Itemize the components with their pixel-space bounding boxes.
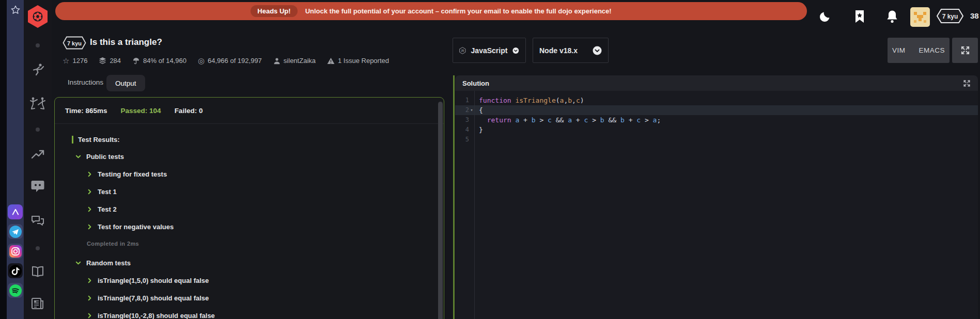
author-icon bbox=[273, 57, 281, 65]
fold-marker[interactable]: ▾ bbox=[469, 105, 474, 115]
kata-title: Is this a triangle? bbox=[90, 37, 162, 47]
spotify-icon[interactable] bbox=[8, 283, 23, 298]
forum-icon[interactable] bbox=[30, 215, 45, 228]
nav-separator-dot bbox=[36, 43, 40, 47]
chevron-right-icon bbox=[87, 224, 92, 230]
tab-instructions[interactable]: Instructions bbox=[68, 78, 103, 86]
tiktok-icon[interactable] bbox=[8, 263, 23, 278]
pinned-apps bbox=[8, 204, 23, 298]
code-line: 4 } bbox=[455, 125, 978, 135]
window-edge bbox=[0, 0, 7, 319]
dark-mode-moon-icon[interactable] bbox=[819, 9, 832, 23]
chevron-down-icon bbox=[512, 46, 519, 55]
train-icon[interactable] bbox=[30, 62, 45, 77]
green-bar bbox=[72, 136, 73, 143]
star-icon: ☆ bbox=[63, 57, 69, 65]
nav-separator-dot bbox=[36, 246, 40, 250]
test-row[interactable]: Testing for fixed tests bbox=[55, 165, 444, 183]
output-panel: Time: 865ms Passed: 104 Failed: 0 Test R… bbox=[54, 97, 444, 319]
banner-message: Unlock the full potential of your accoun… bbox=[305, 7, 612, 15]
rank-badge[interactable]: 7 kyu bbox=[936, 8, 964, 24]
stat-author[interactable]: silentZaika bbox=[273, 57, 316, 65]
screen: Heads Up! Unlock the full potential of y… bbox=[0, 0, 980, 319]
svg-text:JS: JS bbox=[461, 50, 464, 52]
stat-issues[interactable]: 1 Issue Reported bbox=[327, 57, 389, 65]
chevron-down-icon bbox=[593, 46, 602, 55]
code-editor[interactable]: 1 function isTriangle(a,b,c) 2▾ { 3 retu… bbox=[455, 91, 978, 145]
code-line: 5 bbox=[455, 135, 978, 145]
panel-splitter[interactable] bbox=[453, 75, 455, 319]
failed-count: Failed: 0 bbox=[175, 107, 203, 115]
runtime-select[interactable]: Node v18.x bbox=[533, 38, 609, 63]
honor-count[interactable]: 38 bbox=[970, 11, 979, 20]
fullscreen-button[interactable] bbox=[952, 38, 978, 63]
bookmark-star-icon[interactable] bbox=[853, 9, 866, 24]
stat-satisfaction: 84% of 14,960 bbox=[132, 57, 186, 65]
chevron-right-icon bbox=[87, 295, 92, 301]
test-row[interactable]: Test 2 bbox=[55, 200, 444, 218]
emacs-button[interactable]: EMACS bbox=[919, 46, 945, 54]
test-group[interactable]: Random tests bbox=[55, 254, 444, 272]
svg-text:7 kyu: 7 kyu bbox=[67, 40, 82, 46]
kata-stats: ☆ 1276 284 84% of 14,960 ◎ 64,966 of 192… bbox=[63, 57, 389, 65]
nav-separator-dot bbox=[36, 127, 40, 132]
kumite-icon[interactable] bbox=[29, 95, 46, 111]
tab-output[interactable]: Output bbox=[106, 75, 145, 91]
stat-completions: ◎ 64,966 of 192,997 bbox=[198, 57, 262, 65]
chevron-right-icon bbox=[87, 313, 92, 318]
javascript-icon: JS bbox=[459, 45, 466, 56]
test-row[interactable]: isTriangle(1,5,0) should equal false bbox=[55, 272, 444, 289]
docs-icon[interactable] bbox=[30, 265, 45, 278]
leaderboard-icon[interactable] bbox=[30, 148, 45, 161]
stack-icon bbox=[99, 57, 106, 65]
group-duration: Completed in 2ms bbox=[55, 235, 444, 252]
language-select[interactable]: JS JavaScript bbox=[453, 38, 526, 63]
language-select-value: JavaScript bbox=[471, 46, 508, 55]
code-line: 3 return a + b > c && a + c > b && b + c… bbox=[455, 115, 978, 125]
instagram-icon[interactable] bbox=[8, 244, 23, 259]
run-time: Time: 865ms bbox=[65, 107, 107, 115]
target-icon: ◎ bbox=[198, 57, 205, 65]
svg-text:7 kyu: 7 kyu bbox=[942, 13, 958, 20]
test-row[interactable]: Test 1 bbox=[55, 183, 444, 200]
satisfaction-icon bbox=[132, 57, 140, 65]
code-line: 1 function isTriangle(a,b,c) bbox=[455, 95, 978, 105]
blog-icon[interactable] bbox=[30, 297, 45, 310]
warning-icon bbox=[327, 57, 335, 65]
pinned-star-icon[interactable] bbox=[9, 4, 22, 17]
notifications-bell-icon[interactable] bbox=[885, 9, 899, 24]
chevron-right-icon bbox=[87, 189, 92, 195]
test-row[interactable]: Test for negative values bbox=[55, 218, 444, 235]
gutter-divider bbox=[474, 91, 475, 319]
chevron-right-icon bbox=[87, 206, 92, 212]
chevron-down-icon bbox=[75, 154, 81, 160]
chevron-right-icon bbox=[87, 171, 92, 177]
test-row[interactable]: isTriangle(10,-2,8) should equal false bbox=[55, 307, 444, 319]
solution-panel: Solution 1 function isTriangle(a,b,c) bbox=[455, 75, 978, 319]
user-avatar[interactable] bbox=[910, 7, 930, 27]
email-confirm-banner: Heads Up! Unlock the full potential of y… bbox=[55, 2, 807, 20]
passed-count: Passed: 104 bbox=[121, 107, 161, 115]
test-results-title: Test Results: bbox=[72, 133, 444, 146]
codewars-sidebar bbox=[24, 0, 52, 319]
test-results-list: Test Results: Public tests Testing for f… bbox=[55, 124, 444, 319]
codewars-logo-icon[interactable] bbox=[27, 5, 49, 28]
stat-collections: 284 bbox=[99, 57, 121, 65]
runtime-select-value: Node v18.x bbox=[539, 46, 578, 55]
browser-sidebar bbox=[7, 0, 24, 319]
kata-rank-badge: 7 kyu bbox=[63, 36, 86, 50]
solution-title: Solution bbox=[462, 79, 489, 87]
telegram-icon[interactable] bbox=[8, 224, 23, 239]
discord-icon[interactable] bbox=[30, 179, 45, 193]
stat-stars: ☆ 1276 bbox=[63, 57, 87, 65]
editor-mode-group: VIM EMACS bbox=[888, 38, 950, 63]
purple-app-icon[interactable] bbox=[8, 204, 23, 219]
output-scrollbar[interactable] bbox=[438, 102, 443, 319]
vim-button[interactable]: VIM bbox=[892, 46, 906, 54]
code-line-active: 2▾ { bbox=[455, 105, 978, 115]
test-group[interactable]: Public tests bbox=[55, 148, 444, 165]
test-row[interactable]: isTriangle(7,8,0) should equal false bbox=[55, 289, 444, 307]
main-area: Heads Up! Unlock the full potential of y… bbox=[52, 0, 980, 319]
solution-expand-icon[interactable] bbox=[963, 79, 971, 87]
solution-header: Solution bbox=[455, 75, 978, 91]
